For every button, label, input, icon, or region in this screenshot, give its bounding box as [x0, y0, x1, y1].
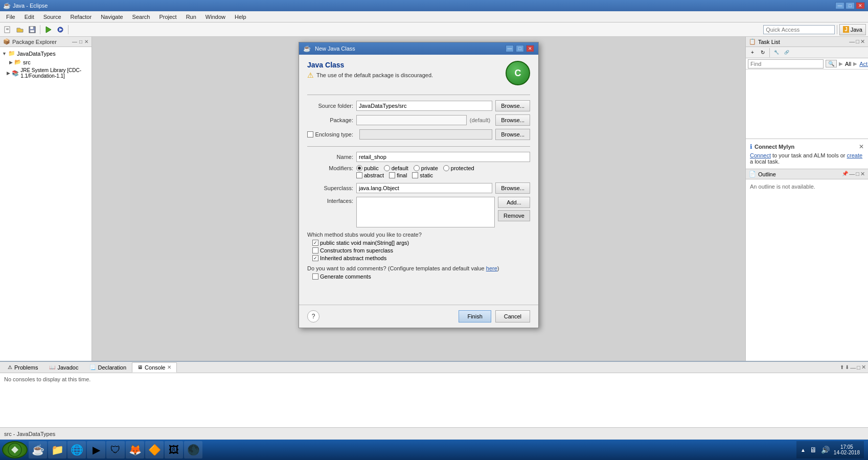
cancel-button[interactable]: Cancel [495, 310, 530, 323]
checkbox-final[interactable] [389, 172, 395, 178]
bottom-btn2[interactable]: ⬇ [845, 364, 849, 370]
menu-file[interactable]: File [2, 12, 19, 22]
dialog-maximize[interactable]: □ [516, 45, 524, 52]
panel-maximize[interactable]: □ [79, 39, 82, 44]
enclosing-type-input[interactable] [359, 129, 492, 140]
modifier-public[interactable]: public [356, 165, 379, 171]
connect-link[interactable]: Connect [750, 152, 771, 158]
interfaces-remove[interactable]: Remove [498, 210, 530, 221]
radio-public[interactable] [356, 165, 362, 171]
bottom-btn1[interactable]: ⬆ [840, 364, 844, 370]
source-folder-browse[interactable]: Browse... [495, 100, 530, 111]
modifier-private[interactable]: private [414, 165, 438, 171]
task-new[interactable]: + [748, 48, 757, 57]
close-button[interactable]: ✕ [856, 2, 865, 9]
package-input[interactable] [356, 115, 467, 125]
minimize-button[interactable]: — [835, 2, 844, 9]
menu-window[interactable]: Window [201, 12, 230, 22]
taskbar-firefox[interactable]: 🦊 [126, 441, 144, 458]
bottom-close[interactable]: ✕ [861, 364, 866, 371]
menu-edit[interactable]: Edit [20, 12, 38, 22]
tray-arrow[interactable]: ▲ [801, 447, 806, 453]
radio-private[interactable] [414, 165, 420, 171]
tab-declaration[interactable]: 📃 Declaration [84, 362, 132, 373]
modifier-abstract[interactable]: abstract [356, 172, 384, 178]
toolbar-run[interactable] [42, 24, 54, 35]
menu-navigate[interactable]: Navigate [97, 12, 127, 22]
toolbar-save[interactable] [27, 24, 38, 35]
tab-javadoc[interactable]: 📖 Javadoc [43, 362, 84, 373]
task-find-btn[interactable]: 🔍 [826, 60, 837, 67]
superclass-input[interactable] [356, 183, 492, 193]
task-btn2[interactable]: 🔗 [782, 48, 791, 57]
stub-main[interactable]: public static void main(String[] args) [312, 240, 530, 246]
comments-here-link[interactable]: here [486, 265, 497, 271]
task-btn1[interactable]: 🔧 [772, 48, 781, 57]
tab-problems[interactable]: ⚠ Problems [2, 362, 43, 373]
enclosing-type-checkbox[interactable] [307, 131, 313, 137]
tree-item-project[interactable]: ▼ 📁 JavaDataTypes [0, 49, 92, 58]
taskbar-shield[interactable]: 🛡 [106, 441, 125, 458]
start-button[interactable] [2, 441, 28, 458]
console-close[interactable]: ✕ [167, 364, 171, 370]
checkbox-main[interactable] [312, 240, 318, 246]
outline-pin[interactable]: 📌 [842, 171, 848, 177]
taskbar-eclipse[interactable]: ☕ [29, 441, 47, 458]
radio-protected[interactable] [443, 165, 449, 171]
source-folder-input[interactable] [356, 101, 492, 111]
bottom-maximize[interactable]: □ [857, 364, 860, 371]
menu-run[interactable]: Run [182, 12, 200, 22]
maximize-button[interactable]: □ [846, 2, 855, 9]
menu-help[interactable]: Help [231, 12, 250, 22]
superclass-browse[interactable]: Browse... [495, 182, 530, 194]
panel-minimize[interactable]: — [72, 39, 77, 44]
taskbar-img[interactable]: 🖼 [165, 441, 183, 458]
toolbar-new[interactable] [2, 24, 13, 35]
checkbox-abstract[interactable] [356, 172, 362, 178]
tree-item-src[interactable]: ▶ 📂 src [0, 58, 92, 66]
dialog-minimize[interactable]: — [506, 45, 514, 52]
task-list-close[interactable]: ✕ [860, 38, 865, 45]
taskbar-media[interactable]: ▶ [87, 441, 105, 458]
task-activate[interactable]: Activate... [859, 61, 868, 67]
task-refresh[interactable]: ↻ [758, 48, 767, 57]
name-input[interactable] [356, 152, 530, 162]
clock[interactable]: 17:05 14-02-2018 [834, 444, 860, 455]
modifier-default[interactable]: default [384, 165, 408, 171]
taskbar-ie[interactable]: 🌐 [67, 441, 86, 458]
tray-sound[interactable]: 🔊 [821, 446, 830, 454]
stub-constructors[interactable]: Constructors from superclass [312, 247, 530, 254]
dialog-close[interactable]: ✕ [526, 45, 534, 52]
tab-console[interactable]: 🖥 Console ✕ [132, 362, 177, 373]
radio-default[interactable] [384, 165, 390, 171]
task-find-input[interactable] [748, 59, 824, 68]
task-all[interactable]: All [845, 61, 851, 67]
menu-source[interactable]: Source [39, 12, 65, 22]
checkbox-constructors[interactable] [312, 247, 318, 254]
bottom-minimize[interactable]: — [850, 364, 856, 371]
checkbox-inherited[interactable] [312, 255, 318, 261]
panel-close[interactable]: ✕ [84, 39, 88, 44]
quick-access-input[interactable] [763, 25, 835, 34]
menu-project[interactable]: Project [155, 12, 180, 22]
modifier-protected[interactable]: protected [443, 165, 474, 171]
modifier-static[interactable]: static [412, 172, 433, 178]
checkbox-generate-comments[interactable] [312, 273, 318, 280]
outline-close[interactable]: ✕ [860, 171, 865, 177]
taskbar-vlc[interactable]: 🔶 [145, 441, 164, 458]
menu-refactor[interactable]: Refactor [66, 12, 96, 22]
outline-minimize[interactable]: — [849, 171, 855, 177]
interfaces-add[interactable]: Add... [498, 197, 530, 208]
checkbox-static[interactable] [412, 172, 418, 178]
enclosing-type-browse[interactable]: Browse... [495, 129, 530, 140]
java-perspective-button[interactable]: J Java [839, 24, 866, 35]
generate-comments-option[interactable]: Generate comments [312, 273, 530, 280]
modifier-final[interactable]: final [389, 172, 407, 178]
task-list-minimize[interactable]: — [849, 38, 855, 45]
toolbar-open[interactable] [14, 24, 26, 35]
help-button[interactable]: ? [307, 310, 319, 323]
menu-search[interactable]: Search [128, 12, 154, 22]
taskbar-net[interactable]: 🌑 [184, 441, 202, 458]
toolbar-debug[interactable] [55, 24, 66, 35]
finish-button[interactable]: Finish [459, 310, 491, 323]
